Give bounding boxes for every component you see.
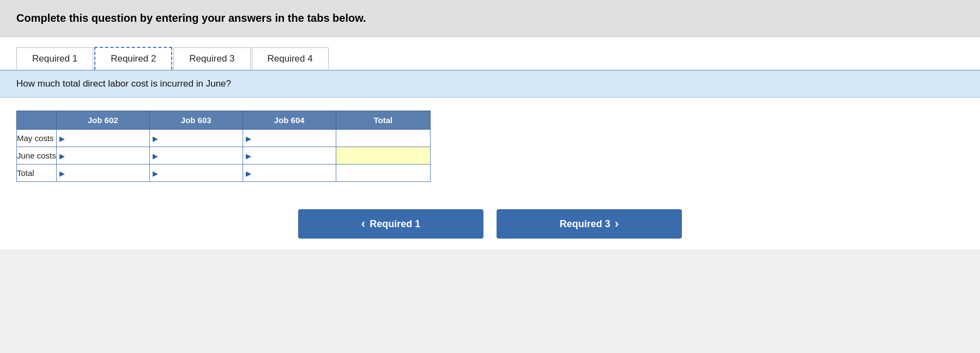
input-may-total[interactable] [336, 130, 430, 147]
tab-required3[interactable]: Required 3 [173, 47, 250, 70]
cell-june-job604[interactable]: ▶ [243, 147, 336, 165]
tab-required4[interactable]: Required 4 [252, 47, 329, 70]
input-total-job603[interactable] [150, 165, 243, 181]
table-row-may: May costs ▶ ▶ ▶ [17, 130, 431, 147]
cell-may-job603[interactable]: ▶ [149, 130, 243, 147]
cell-total-job603[interactable]: ▶ [149, 165, 243, 182]
input-june-job603[interactable] [150, 147, 243, 164]
cell-june-job602[interactable]: ▶ [56, 147, 149, 165]
cell-may-job604[interactable]: ▶ [243, 130, 336, 147]
table-row-total: Total ▶ ▶ ▶ [17, 165, 431, 182]
col-header-job602: Job 602 [56, 111, 149, 130]
input-total-job602[interactable] [57, 165, 149, 181]
row-label-total: Total [17, 165, 57, 182]
cell-total-job602[interactable]: ▶ [56, 165, 149, 182]
prev-icon: ‹ [361, 217, 365, 231]
input-june-total[interactable] [336, 147, 430, 164]
tabs-row: Required 1 Required 2 Required 3 Require… [0, 37, 980, 71]
prev-button[interactable]: ‹ Required 1 [298, 209, 483, 239]
data-table: Job 602 Job 603 Job 604 Total May costs … [16, 111, 431, 182]
tab-required1[interactable]: Required 1 [16, 47, 93, 70]
input-may-job604[interactable] [243, 130, 336, 147]
table-header-row: Job 602 Job 603 Job 604 Total [17, 111, 431, 130]
next-icon: › [615, 217, 619, 231]
next-button[interactable]: Required 3 › [497, 209, 682, 239]
table-section: Job 602 Job 603 Job 604 Total May costs … [0, 98, 980, 193]
page-wrapper: Complete this question by entering your … [0, 0, 980, 353]
next-label: Required 3 [560, 218, 610, 230]
col-header-empty [17, 111, 57, 130]
col-header-total: Total [336, 111, 430, 130]
cell-may-job602[interactable]: ▶ [56, 130, 149, 147]
cell-june-job603[interactable]: ▶ [149, 147, 243, 165]
info-bar-text: How much total direct labor cost is incu… [16, 78, 231, 89]
main-content: Required 1 Required 2 Required 3 Require… [0, 37, 980, 249]
header-banner: Complete this question by entering your … [0, 0, 980, 37]
cell-total-total[interactable] [336, 165, 430, 182]
input-total-total[interactable] [336, 165, 430, 181]
tab-required2[interactable]: Required 2 [94, 47, 172, 70]
col-header-job603: Job 603 [149, 111, 243, 130]
prev-label: Required 1 [370, 218, 420, 230]
header-instruction: Complete this question by entering your … [16, 12, 366, 24]
input-may-job602[interactable] [57, 130, 149, 147]
input-total-job604[interactable] [243, 165, 336, 181]
cell-june-total[interactable] [336, 147, 430, 165]
cell-total-job604[interactable]: ▶ [243, 165, 336, 182]
cell-may-total[interactable] [336, 130, 430, 147]
table-row-june: June costs ▶ ▶ ▶ [17, 147, 431, 165]
input-june-job604[interactable] [243, 147, 336, 164]
input-may-job603[interactable] [150, 130, 243, 147]
row-label-may: May costs [17, 130, 57, 147]
nav-buttons: ‹ Required 1 Required 3 › [0, 193, 980, 249]
info-bar: How much total direct labor cost is incu… [0, 71, 980, 98]
input-june-job602[interactable] [57, 147, 149, 164]
row-label-june: June costs [17, 147, 57, 165]
col-header-job604: Job 604 [243, 111, 336, 130]
